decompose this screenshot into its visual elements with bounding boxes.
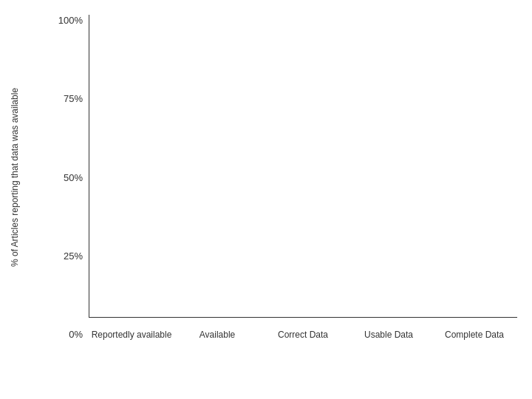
y-tick-50: 50% — [64, 172, 83, 183]
x-tick-usable-data: Usable Data — [346, 330, 432, 340]
y-tick-100: 100% — [58, 15, 83, 26]
x-tick-available: Available — [174, 330, 260, 340]
chart-container: % of Articles reporting that data was av… — [0, 0, 532, 399]
x-tick-complete-data: Complete Data — [432, 330, 517, 340]
y-tick-25: 25% — [64, 250, 83, 262]
y-tick-0: 0% — [69, 329, 83, 340]
x-tick-reportedly-available: Reportedly available — [89, 330, 174, 340]
y-axis-label-container: % of Articles reporting that data was av… — [4, 15, 26, 340]
y-tick-75: 75% — [64, 93, 83, 104]
y-axis: 100% 75% 50% 25% 0% — [52, 15, 89, 340]
y-axis-label: % of Articles reporting that data was av… — [10, 88, 20, 267]
x-axis-labels: Reportedly available Available Correct D… — [89, 318, 517, 340]
chart-area: 100% 75% 50% 25% 0% Reportedly available… — [52, 15, 517, 340]
plot-area — [89, 15, 517, 318]
x-tick-correct-data: Correct Data — [260, 330, 346, 340]
